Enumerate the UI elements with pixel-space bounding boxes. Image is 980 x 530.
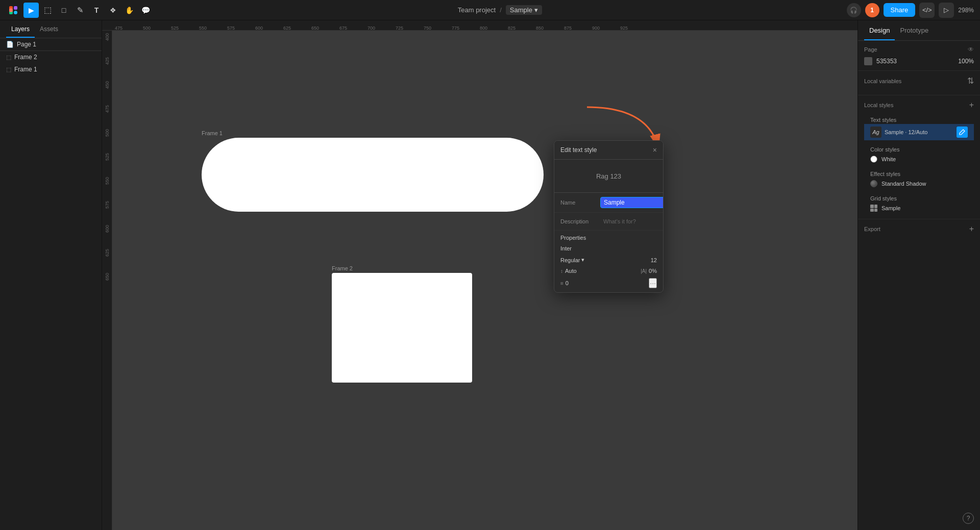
popup-properties-label: Properties (554, 231, 663, 243)
frame1[interactable] (202, 138, 544, 212)
text-style-edit-btn[interactable] (957, 127, 968, 138)
svg-rect-4 (9, 8, 13, 12)
text-tool-btn[interactable]: T (89, 3, 104, 18)
page-section: Page 👁 535353 100% (858, 41, 980, 71)
grid-styles-label: Grid styles (864, 192, 974, 203)
branch-selector[interactable]: Sample ▾ (506, 5, 542, 15)
figma-logo[interactable] (6, 3, 20, 17)
frame-tool-btn[interactable]: ⬚ (40, 3, 55, 18)
color-style-white-swatch (870, 156, 877, 163)
export-header: Export + (864, 224, 974, 234)
layer-frame1-label: Frame 1 (14, 66, 37, 73)
export-title: Export (864, 226, 880, 232)
popup-indent-value: 0 (566, 280, 569, 286)
popup-description-placeholder[interactable]: What's it for? (600, 217, 657, 226)
effect-style-name: Standard Shadow (881, 181, 926, 187)
popup-font-style: Regular (560, 257, 580, 263)
popup-font-family: Inter (560, 245, 572, 251)
help-btn[interactable]: ? (963, 513, 974, 524)
devmode-btn[interactable]: </> (919, 3, 935, 18)
popup-font-style-row: Regular ▾ 12 (554, 254, 663, 266)
page-color-swatch[interactable] (864, 57, 872, 65)
popup-description-label: Description (560, 218, 596, 224)
page-selector[interactable]: 📄 Page 1 (0, 38, 102, 51)
effect-style-icon (870, 180, 877, 187)
color-style-white[interactable]: White (864, 154, 974, 165)
avatar: 1 (865, 3, 879, 17)
component-tool-btn[interactable]: ❖ (105, 3, 120, 18)
left-sidebar: Layers Assets 📄 Page 1 ⬚ Frame 2 ⬚ Frame… (0, 20, 102, 530)
local-variables-title: Local variables (864, 78, 901, 84)
shape-tool-btn[interactable]: □ (56, 3, 71, 18)
hand-tool-btn[interactable]: ✋ (121, 3, 137, 18)
layer-frame1-icon: ⬚ (6, 66, 11, 73)
page-color-row: 535353 100% (864, 57, 974, 65)
toolbar-tools: ▶ ⬚ □ ✎ T ❖ ✋ 💬 (23, 3, 153, 18)
popup-header: Edit text style × (554, 141, 663, 160)
right-sidebar: Design Prototype Page 👁 535353 100% Loca… (857, 20, 980, 530)
popup-preview: Rag 123 (554, 160, 663, 193)
canvas-content: Frame 1 Frame 2 Edit text style (112, 31, 857, 530)
page-visibility-btn[interactable]: 👁 (968, 46, 974, 53)
popup-indent-row: ≡ 0 ··· (554, 276, 663, 292)
sidebar-tabs: Layers Assets (0, 20, 102, 38)
text-style-name: Sample · 12/Auto (885, 129, 953, 135)
local-styles-add-btn[interactable]: + (969, 100, 974, 110)
popup-title: Edit text style (560, 146, 597, 154)
popup-font-size: 12 (651, 257, 657, 263)
tab-layers[interactable]: Layers (6, 20, 35, 38)
popup-font-style-dropdown[interactable]: Regular ▾ (560, 257, 584, 263)
popup-preview-text: Rag 123 (596, 172, 621, 180)
text-style-item-sample[interactable]: Ag Sample · 12/Auto (864, 124, 974, 140)
export-section: Export + (858, 219, 980, 239)
popup-line-height-value: Auto (565, 268, 577, 274)
popup-name-field: Name (554, 193, 663, 213)
move-tool-btn[interactable]: ▶ (23, 3, 39, 18)
popup-name-label: Name (560, 199, 596, 206)
page-opacity: 100% (958, 58, 974, 65)
play-btn[interactable]: ▷ (939, 3, 954, 18)
project-name: Team project (458, 6, 496, 14)
popup-line-height: ↕ Auto (560, 268, 577, 274)
popup-close-button[interactable]: × (653, 146, 657, 154)
svg-point-3 (14, 11, 17, 14)
tab-design[interactable]: Design (864, 20, 895, 40)
canvas-area[interactable]: 475 500 525 550 575 600 625 650 675 700 … (102, 20, 857, 530)
text-style-ag-icon: Ag (870, 127, 881, 138)
share-button[interactable]: Share (884, 3, 916, 17)
popup-indent: ≡ 0 (560, 280, 569, 286)
grid-style-name: Sample (881, 205, 900, 211)
layer-frame2-icon: ⬚ (6, 54, 11, 61)
color-style-white-name: White (881, 156, 896, 162)
export-add-btn[interactable]: + (969, 224, 974, 234)
layer-frame2-label: Frame 2 (14, 54, 37, 61)
text-styles-label: Text styles (864, 114, 974, 124)
local-variables-sort-btn[interactable]: ⇅ (967, 76, 974, 86)
pen-tool-btn[interactable]: ✎ (72, 3, 88, 18)
svg-rect-1 (14, 6, 17, 10)
popup-letter-spacing-value: 0% (649, 268, 657, 274)
topbar-center: Team project / Sample ▾ (458, 5, 542, 15)
layer-frame1[interactable]: ⬚ Frame 1 (0, 63, 102, 75)
page-section-title: Page (864, 46, 877, 53)
popup-description-field: Description What's it for? (554, 213, 663, 231)
tab-prototype[interactable]: Prototype (895, 20, 934, 40)
grid-style-sample[interactable]: Sample (864, 203, 974, 214)
ruler-horizontal: 475 500 525 550 575 600 625 650 675 700 … (102, 20, 857, 31)
local-variables-section: Local variables ⇅ (858, 71, 980, 95)
page-section-header: Page 👁 (864, 46, 974, 53)
present-btn[interactable]: 🎧 (847, 3, 861, 17)
popup-letter-spacing: |A| 0% (641, 268, 657, 274)
frame1-label: Frame 1 (202, 130, 223, 136)
main-area: Layers Assets 📄 Page 1 ⬚ Frame 2 ⬚ Frame… (0, 20, 980, 530)
page-label: Page 1 (17, 41, 36, 48)
effect-style-shadow[interactable]: Standard Shadow (864, 178, 974, 189)
local-variables-header: Local variables ⇅ (864, 76, 974, 86)
popup-name-input[interactable] (600, 197, 664, 208)
layer-frame2[interactable]: ⬚ Frame 2 (0, 51, 102, 63)
frame2[interactable] (332, 273, 472, 383)
tab-assets[interactable]: Assets (35, 20, 63, 38)
comment-tool-btn[interactable]: 💬 (138, 3, 153, 18)
right-sidebar-tabs: Design Prototype (858, 20, 980, 41)
popup-more-btn[interactable]: ··· (649, 278, 657, 288)
